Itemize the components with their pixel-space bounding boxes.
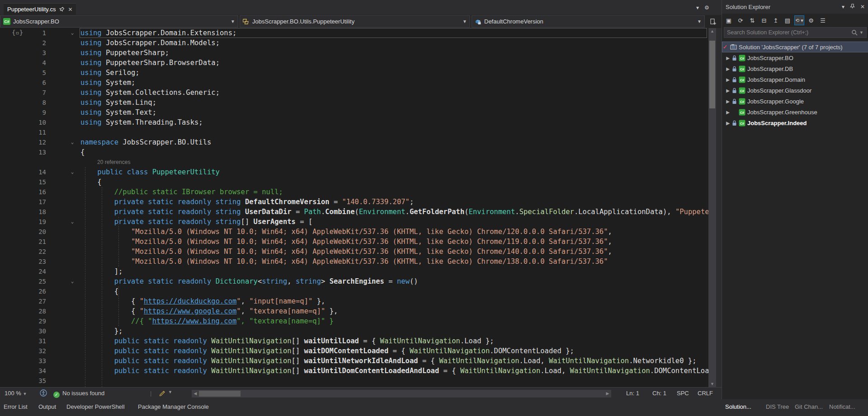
tree-item-jobsscrapper-bo[interactable]: ▶C#JobsScrapper.BO: [722, 52, 868, 63]
properties-icon[interactable]: ▤: [783, 15, 793, 25]
line-number: 10: [25, 117, 46, 127]
search-icon[interactable]: [851, 29, 858, 36]
close-icon[interactable]: ✕: [860, 4, 865, 10]
code-token: {: [80, 297, 140, 305]
line-number: 16: [25, 187, 46, 197]
editor-options-icon[interactable]: ⚙: [704, 5, 709, 11]
expand-chevron-icon[interactable]: ▶: [725, 99, 731, 104]
tab-list-chevron-down-icon[interactable]: ▾: [696, 5, 699, 11]
code-token: = {: [439, 367, 460, 375]
spaces-indicator[interactable]: SPC: [677, 390, 689, 397]
project-dropdown[interactable]: C# JobsScrapper.BO ▼: [0, 15, 238, 28]
tool-window-tab-dis-tree[interactable]: DIS Tree: [766, 403, 789, 410]
expand-chevron-icon[interactable]: ▶: [725, 77, 731, 82]
code-token: public static readonly: [80, 347, 211, 355]
document-health-indicator[interactable]: ✓No issues found: [53, 390, 104, 398]
panel-tab-output[interactable]: Output: [38, 403, 56, 410]
scope-up-icon[interactable]: ↥: [771, 15, 781, 25]
code-token: ;: [410, 198, 414, 206]
document-tab[interactable]: PuppeteerUtility.cs ✕: [4, 3, 76, 15]
code-token: .: [515, 208, 519, 216]
expand-chevron-icon[interactable]: ▶: [725, 66, 731, 71]
search-box[interactable]: ▼: [724, 27, 867, 38]
fold-chevron-icon[interactable]: ⌄: [68, 217, 77, 227]
code-token: [80, 238, 131, 246]
line-number: 31: [25, 336, 46, 346]
line-number: 18: [25, 207, 46, 217]
pin-icon[interactable]: [59, 7, 64, 12]
member-dropdown[interactable]: DefaultChromeVersion ▼: [472, 15, 705, 28]
wrench-icon[interactable]: ⚙: [806, 15, 816, 25]
fold-chevron-icon[interactable]: ⌄: [68, 28, 77, 38]
panel-tab-package-manager-console[interactable]: Package Manager Console: [138, 403, 209, 410]
lock-icon: [731, 88, 738, 93]
accessibility-checker-icon[interactable]: [40, 389, 47, 397]
close-icon[interactable]: ✕: [68, 6, 72, 13]
fold-chevron-icon[interactable]: ⌄: [68, 167, 77, 177]
horizontal-scrollbar[interactable]: ◀ ▶: [192, 390, 611, 397]
tool-window-tab-notificat-[interactable]: Notificat...: [829, 403, 855, 410]
code-token: WaitUntilNavigation: [380, 337, 460, 345]
tool-window-tab-solution-[interactable]: Solution...: [725, 403, 751, 410]
scroll-right-icon[interactable]: ▶: [604, 390, 611, 397]
column-indicator[interactable]: Ch: 1: [652, 390, 666, 397]
code-line: 5using Serilog;: [0, 68, 708, 78]
panel-tab-developer-powershell[interactable]: Developer PowerShell: [66, 403, 125, 410]
code-token: []: [292, 347, 304, 355]
window-position-chevron-down-icon[interactable]: ▾: [842, 4, 844, 10]
tree-item-jobsscrapper-db[interactable]: ▶C#JobsScrapper.DB: [722, 63, 868, 74]
expand-chevron-icon[interactable]: ▶: [725, 88, 731, 93]
sync-with-active-document-icon[interactable]: ⟲ ▾: [794, 15, 804, 25]
tool-window-tab-git-chan-[interactable]: Git Chan...: [795, 403, 823, 410]
scroll-left-icon[interactable]: ◀: [192, 390, 199, 397]
code-token: = {: [418, 357, 439, 365]
horizontal-scrollbar-thumb[interactable]: [199, 391, 241, 397]
expand-chevron-icon[interactable]: ▶: [725, 110, 731, 115]
line-number: 35: [25, 376, 46, 386]
code-line: 13{: [0, 147, 708, 157]
code-token: using: [80, 79, 102, 87]
type-dropdown[interactable]: JobsScrapper.BO.Utils.PuppeteerUtility ▼: [240, 15, 470, 28]
tree-item-jobsscrapper-domain[interactable]: ▶C#JobsScrapper.Domain: [722, 74, 868, 85]
zoom-level-dropdown[interactable]: 100 % ▼: [5, 390, 27, 397]
code-token: JobsScrapper.Domain.Extensions;: [102, 29, 237, 37]
line-number: 8: [25, 98, 46, 108]
fold-chevron-icon[interactable]: ⌄: [68, 137, 77, 147]
scroll-down-icon[interactable]: ▼: [708, 382, 716, 386]
code-line: 17 private static readonly string Defaul…: [0, 197, 708, 207]
code-token: []: [292, 367, 304, 375]
code-token: ": [140, 297, 144, 305]
edit-mode-icon[interactable]: [159, 390, 166, 396]
add-document-icon[interactable]: [710, 18, 717, 25]
pin-icon[interactable]: [850, 4, 855, 10]
code-token: .LocalApplicationData),: [574, 208, 675, 216]
vertical-scrollbar-thumb[interactable]: [709, 41, 715, 108]
panel-tab-error-list[interactable]: Error List: [4, 403, 28, 410]
code-token: string: [296, 277, 321, 285]
code-token: //public static IBrowser browser = null;: [80, 188, 283, 196]
fold-chevron-icon[interactable]: ⌄: [68, 276, 77, 286]
sync-icon[interactable]: ⇅: [747, 15, 757, 25]
pending-changes-filter-icon[interactable]: ⟳: [736, 15, 745, 25]
codelens-references[interactable]: 20 references: [97, 157, 130, 167]
collapse-all-icon[interactable]: ⊟: [759, 15, 769, 25]
type-dropdown-value: JobsScrapper.BO.Utils.PuppeteerUtility: [252, 18, 354, 25]
solution-explorer-titlebar[interactable]: Solution Explorer ▾ ✕: [722, 0, 868, 14]
vertical-scrollbar[interactable]: ▲ ▼: [708, 28, 716, 387]
tree-item-solution[interactable]: ✓Solution 'JobsScrapper' (7 of 7 project…: [722, 42, 868, 52]
code-token: WaitUntilNavigation: [439, 357, 519, 365]
settings-sliders-icon[interactable]: ☰: [818, 15, 828, 25]
line-ending-indicator[interactable]: CRLF: [698, 390, 713, 397]
switch-views-icon[interactable]: ▣: [724, 15, 734, 25]
tree-item-jobsscrapper-indeed[interactable]: ▶C#JobsScrapper.Indeed: [722, 117, 868, 128]
scroll-up-icon[interactable]: ▲: [708, 29, 716, 33]
expand-chevron-icon[interactable]: ▶: [725, 56, 731, 61]
tree-item-jobsscrapper-google[interactable]: ▶C#JobsScrapper.Google: [722, 96, 868, 107]
search-input[interactable]: [727, 29, 851, 36]
tree-item-jobsscrapper-glassdoor[interactable]: ▶C#JobsScrapper.Glassdoor: [722, 85, 868, 96]
tree-item-jobsscrapper-greenhouse[interactable]: ▶C#JobsScrapper.Greenhouse: [722, 107, 868, 117]
code-editor[interactable]: {▫} 1⌄using JobsScrapper.Domain.Extensio…: [0, 28, 708, 387]
expand-chevron-icon[interactable]: ▶: [725, 121, 731, 126]
codelens-row[interactable]: 20 references: [0, 157, 708, 167]
line-indicator[interactable]: Ln: 1: [626, 390, 639, 397]
